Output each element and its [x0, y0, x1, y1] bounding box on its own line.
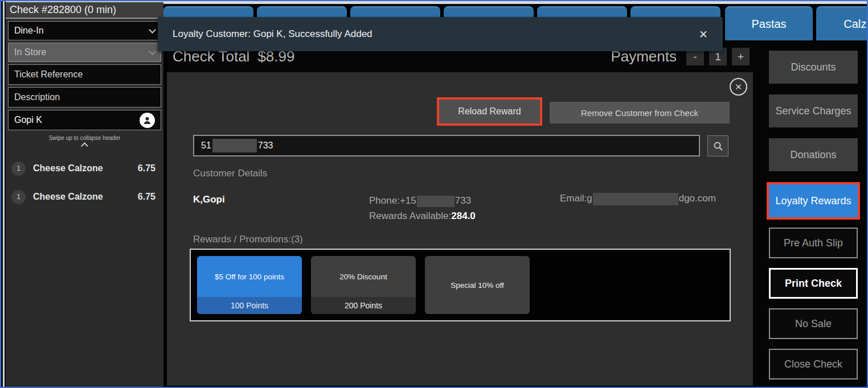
rewards-available-label: Rewards Available: — [369, 210, 451, 221]
description-placeholder: Description — [14, 92, 60, 102]
check-header: Check #282800 (0 min) — [6, 1, 163, 19]
order-items-list: 1 Cheese Calzone 6.75 1 Cheese Calzone 6… — [6, 154, 163, 211]
customer-name-value: Gopi K — [14, 115, 42, 125]
redaction-box — [593, 193, 678, 205]
rewards-container: $5 Off for 100 points 100 Points 20% Dis… — [190, 249, 731, 321]
email-prefix: g — [587, 193, 592, 204]
reward-points: 200 Points — [311, 297, 416, 314]
email-suffix: dgo.com — [679, 193, 716, 204]
payments-plus-button[interactable]: + — [732, 48, 750, 65]
search-value-suffix: 733 — [258, 141, 273, 151]
ticket-reference-placeholder: Ticket Reference — [14, 69, 83, 80]
donations-button[interactable]: Donations — [769, 138, 858, 171]
loyalty-rewards-panel: ✕ Reload Reward Remove Customer from Che… — [167, 72, 753, 386]
quantity-badge: 1 — [11, 162, 26, 176]
annotation-highlight: Reload Reward — [437, 97, 542, 126]
print-check-button[interactable]: Print Check — [769, 268, 858, 299]
reward-card[interactable]: Special 10% off — [425, 256, 530, 314]
service-charges-button[interactable]: Service Charges — [769, 94, 858, 127]
search-value-prefix: 51 — [201, 141, 211, 151]
no-sale-button[interactable]: No Sale — [769, 308, 858, 339]
description-input[interactable]: Description — [8, 87, 161, 108]
pre-auth-slip-button[interactable]: Pre Auth Slip — [769, 228, 858, 258]
redaction-box — [212, 139, 257, 152]
item-price: 6.75 — [138, 163, 155, 174]
phone-prefix: +15 — [400, 195, 416, 206]
reward-title: Special 10% off — [425, 256, 530, 314]
reward-points: 100 Points — [197, 297, 302, 314]
reward-card-selected[interactable]: $5 Off for 100 points 100 Points — [197, 256, 302, 314]
toast-message: Loyalty Customer: Gopi K, Successfully A… — [173, 28, 372, 40]
phone-suffix: 733 — [455, 195, 471, 206]
tab-pastas[interactable]: Pastas — [725, 6, 813, 40]
customer-name-field[interactable]: Gopi K — [8, 110, 161, 130]
close-icon[interactable]: ✕ — [699, 28, 708, 41]
search-icon — [713, 141, 724, 152]
quantity-badge: 1 — [11, 190, 26, 204]
collapse-header-hint: Swipe up to collapse header — [6, 135, 163, 141]
item-name: Cheese Calzone — [33, 192, 138, 202]
chevron-down-icon — [149, 26, 156, 34]
loyalty-rewards-button[interactable]: Loyalty Rewards — [769, 184, 858, 217]
chevron-up-icon[interactable] — [81, 142, 88, 150]
window-left-edge — [1, 1, 6, 387]
item-name: Cheese Calzone — [33, 163, 138, 174]
order-mode-dropdown[interactable]: In Store — [8, 43, 161, 62]
chevron-down-icon — [149, 48, 156, 55]
check-sidebar: Check #282800 (0 min) Dine-In In Store T… — [6, 1, 163, 387]
phone-label: Phone: — [369, 195, 400, 206]
email-label: Email: — [560, 193, 587, 204]
remove-customer-button[interactable]: Remove Customer from Check — [550, 102, 730, 123]
loyalty-toast: Loyalty Customer: Gopi K, Successfully A… — [158, 17, 723, 51]
rewards-available: Rewards Available:284.0 — [369, 208, 476, 224]
reward-title: 20% Discount — [311, 256, 416, 297]
redaction-box — [417, 196, 455, 207]
person-icon[interactable] — [140, 113, 155, 128]
rewards-promotions-label: Rewards / Promotions:(3) — [193, 234, 303, 245]
tab-calzones[interactable]: Calzones — [816, 6, 867, 40]
phone-rewards-column: Phone:+15733 Rewards Available:284.0 — [369, 193, 476, 224]
actions-sidebar: Discounts Service Charges Donations Loya… — [753, 40, 867, 387]
item-price: 6.75 — [138, 192, 155, 202]
customer-phone: Phone:+15733 — [369, 193, 476, 208]
panel-close-icon[interactable]: ✕ — [730, 78, 747, 96]
list-item[interactable]: 1 Cheese Calzone 6.75 — [6, 154, 163, 183]
discounts-button[interactable]: Discounts — [769, 51, 858, 84]
reload-reward-button[interactable]: Reload Reward — [439, 100, 540, 123]
reward-title: $5 Off for 100 points — [197, 256, 302, 297]
reward-card[interactable]: 20% Discount 200 Points — [311, 256, 416, 314]
loyalty-search-input[interactable]: 51 733 — [193, 135, 700, 156]
list-item[interactable]: 1 Cheese Calzone 6.75 — [6, 183, 163, 211]
close-check-button[interactable]: Close Check — [769, 349, 858, 379]
annotation-highlight: Loyalty Rewards — [767, 182, 860, 220]
customer-details-label: Customer Details — [193, 168, 267, 179]
rewards-available-value: 284.0 — [451, 210, 476, 221]
customer-full-name: K,Gopi — [193, 194, 225, 205]
ticket-reference-input[interactable]: Ticket Reference — [8, 64, 161, 85]
order-type-dropdown[interactable]: Dine-In — [8, 21, 161, 40]
order-type-value: Dine-In — [14, 26, 44, 36]
customer-email: Email:gdgo.com — [560, 193, 716, 205]
order-mode-value: In Store — [14, 47, 46, 57]
search-button[interactable] — [707, 135, 728, 156]
